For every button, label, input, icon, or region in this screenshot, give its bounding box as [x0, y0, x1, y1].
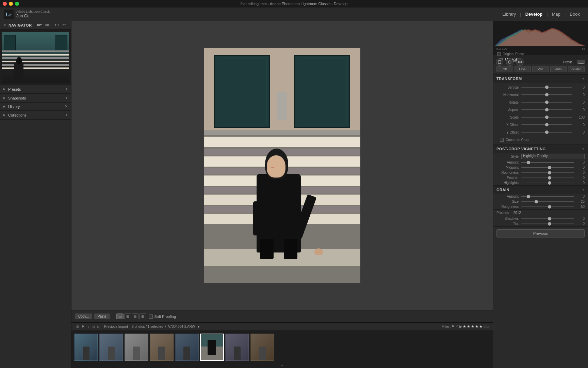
star-3[interactable]: ★ — [471, 324, 474, 329]
soft-proofing-checkbox[interactable] — [149, 315, 153, 319]
grain-size-slider[interactable] — [521, 201, 574, 202]
post-crop-feather-thumb[interactable] — [548, 176, 551, 180]
horizontal-slider[interactable] — [521, 94, 572, 95]
navigator-header[interactable]: ▼ Navigator FIT FILL 1:1 3:1 — [0, 21, 71, 30]
nav-book[interactable]: Book — [566, 10, 584, 18]
filmstrip-thumb-2[interactable] — [99, 334, 123, 361]
aspect-slider[interactable] — [521, 109, 572, 110]
post-crop-amount-thumb[interactable] — [527, 161, 530, 164]
presets-add-icon[interactable]: + — [65, 87, 68, 92]
filmstrip-scroll[interactable] — [71, 331, 493, 363]
grain-size-thumb[interactable] — [535, 200, 538, 203]
scale-thumb[interactable] — [545, 116, 549, 119]
filmstrip-sort-icon[interactable]: ↕ — [86, 324, 91, 329]
zoom-3to1-btn[interactable]: 3:1 — [61, 23, 68, 27]
hist-ctrl-crop[interactable] — [496, 58, 503, 66]
post-crop-roundness-slider[interactable] — [521, 172, 574, 173]
horizontal-thumb[interactable] — [545, 93, 549, 96]
post-crop-midpoint-thumb[interactable] — [548, 166, 551, 169]
filmstrip-thumb-4[interactable] — [150, 334, 174, 361]
paste-button[interactable]: Paste — [94, 313, 110, 319]
copy-button[interactable]: Copy... — [75, 313, 92, 319]
transform-header[interactable]: Transform ▼ — [493, 75, 588, 83]
scale-slider[interactable] — [521, 117, 572, 118]
view-compare-btn[interactable]: ⊟ — [132, 313, 138, 319]
post-crop-amount-label: Amount — [496, 160, 519, 164]
history-header[interactable]: ▶ History ✕ — [0, 103, 71, 110]
yoffset-thumb[interactable] — [545, 131, 549, 134]
collections-header[interactable]: ▶ Collections + — [0, 111, 71, 119]
history-clear-icon[interactable]: ✕ — [65, 104, 68, 109]
xoffset-slider[interactable] — [521, 124, 572, 125]
vertical-thumb[interactable] — [545, 86, 549, 89]
presets-header[interactable]: ▶ Presets + — [0, 85, 71, 93]
nav-map[interactable]: Map — [548, 10, 565, 18]
filmstrip-flag-icon[interactable]: ⚑ — [80, 324, 86, 329]
nav-develop[interactable]: Develop — [521, 10, 547, 18]
app-info: Adobe Lightroom Classic Jun Gu — [16, 10, 50, 18]
navigator-image[interactable] — [2, 32, 69, 83]
shadows-slider[interactable] — [521, 218, 574, 219]
zoom-1to1-btn[interactable]: 1:1 — [54, 23, 60, 27]
nav-library[interactable]: Library — [499, 10, 520, 18]
constrain-checkbox[interactable] — [500, 138, 504, 142]
yoffset-slider[interactable] — [521, 132, 572, 133]
vertical-slider[interactable] — [521, 87, 572, 88]
star-2[interactable]: ★ — [467, 324, 470, 329]
post-crop-midpoint-slider[interactable] — [521, 167, 574, 168]
hist-ctrl-redeye[interactable] — [516, 58, 524, 66]
filmstrip-thumb-3[interactable] — [125, 334, 148, 361]
view-survey-btn[interactable]: ⊞ — [139, 313, 146, 319]
aspect-thumb[interactable] — [545, 108, 549, 111]
filmstrip-thumb-5[interactable] — [175, 334, 199, 361]
post-crop-header[interactable]: Post-Crop Vignetting ▼ — [493, 145, 588, 153]
post-crop-amount-slider[interactable] — [521, 162, 574, 163]
post-crop-feather-slider[interactable] — [521, 178, 574, 178]
filmstrip-nav-prev[interactable]: ◁ — [91, 324, 96, 329]
filmstrip-thumb-8[interactable] — [250, 334, 274, 361]
zoom-fill-btn[interactable]: FILL — [44, 23, 52, 27]
orig-photo-checkbox[interactable] — [497, 52, 501, 56]
flag-reject-icon[interactable]: ⚑ — [451, 324, 455, 329]
star-5[interactable]: ★ — [479, 324, 483, 329]
grain-amount-slider[interactable] — [521, 196, 574, 197]
star-4[interactable]: ★ — [475, 324, 478, 329]
zoom-fit-btn[interactable]: FIT — [36, 23, 43, 27]
post-crop-highlights-thumb[interactable] — [548, 181, 551, 185]
view-grid-btn[interactable]: ⊞ — [124, 313, 131, 319]
post-crop-style-dropdown[interactable]: Highlight Priority — [521, 154, 585, 159]
post-crop-roundness-thumb[interactable] — [548, 171, 551, 174]
tint-thumb[interactable] — [548, 222, 551, 226]
grain-amount-thumb[interactable] — [527, 195, 530, 198]
maximize-button[interactable] — [15, 2, 19, 6]
snapshots-header[interactable]: ▶ Snapshots + — [0, 94, 71, 102]
hist-ctrl-retouch[interactable] — [506, 58, 513, 66]
minimize-button[interactable] — [9, 2, 13, 6]
snapshots-add-icon[interactable]: + — [65, 95, 68, 101]
filmstrip-nav-next[interactable]: ▷ — [96, 324, 101, 329]
bottom-edge[interactable]: ▼ — [71, 363, 493, 368]
shadows-thumb[interactable] — [548, 217, 551, 220]
grain-header[interactable]: Grain ▼ — [493, 186, 588, 194]
rotate-thumb[interactable] — [545, 101, 549, 104]
filmstrip-thumb-6[interactable] — [200, 334, 224, 361]
close-button[interactable] — [3, 2, 7, 6]
flag-pick-icon[interactable]: ▶ — [459, 324, 462, 329]
filter-nav-next[interactable]: ▷ — [487, 324, 489, 329]
grain-roughness-thumb[interactable] — [548, 205, 551, 209]
post-crop-highlights-slider[interactable] — [521, 183, 574, 183]
view-single-btn[interactable]: ▭ — [116, 313, 124, 319]
filter-nav-prev[interactable]: ◁ — [483, 324, 486, 329]
flag-neutral-icon[interactable]: ⚐ — [455, 324, 459, 329]
photo-viewport[interactable] — [71, 21, 493, 310]
rotate-slider[interactable] — [521, 102, 572, 103]
star-1[interactable]: ★ — [463, 324, 466, 329]
previous-button[interactable]: Previous — [496, 229, 585, 237]
tint-slider[interactable] — [521, 224, 574, 224]
xoffset-thumb[interactable] — [545, 123, 549, 126]
filmstrip-layout-icon[interactable]: ⊞ — [75, 324, 80, 329]
grain-roughness-slider[interactable] — [521, 206, 574, 207]
filmstrip-thumb-1[interactable] — [74, 334, 98, 361]
collections-add-icon[interactable]: + — [65, 112, 68, 118]
filmstrip-thumb-7[interactable] — [225, 334, 249, 361]
